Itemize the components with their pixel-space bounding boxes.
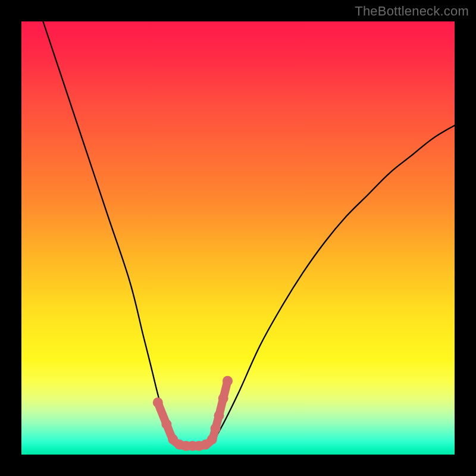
chart-frame: TheBottleneck.com bbox=[0, 0, 476, 476]
watermark-text: TheBottleneck.com bbox=[355, 4, 469, 19]
nub-bead bbox=[211, 424, 221, 434]
curve-path bbox=[43, 21, 455, 446]
nub-bead bbox=[223, 376, 233, 386]
nub-markers bbox=[153, 376, 233, 451]
nub-bead bbox=[218, 393, 228, 403]
nub-bead bbox=[207, 434, 217, 444]
nub-bead bbox=[161, 419, 171, 430]
curve-svg bbox=[21, 21, 455, 455]
bottleneck-curve bbox=[43, 21, 455, 446]
nub-bead bbox=[214, 411, 224, 421]
plot-area bbox=[21, 21, 455, 455]
nub-bead bbox=[153, 397, 163, 408]
